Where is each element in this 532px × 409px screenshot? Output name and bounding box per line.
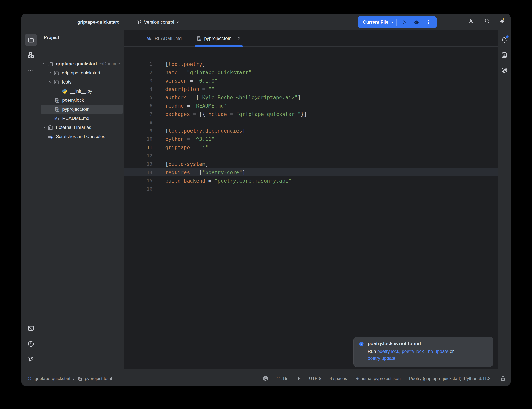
- settings-gear-icon[interactable]: [499, 18, 504, 23]
- run-configuration-selector[interactable]: Current File: [358, 19, 396, 25]
- breadcrumb[interactable]: griptape-quickstart›[T]pyproject.toml: [27, 376, 112, 381]
- toast-link[interactable]: poetry update: [368, 356, 395, 361]
- line-number: 5: [124, 93, 152, 102]
- token-op: =: [187, 78, 196, 84]
- debug-button[interactable]: [414, 19, 419, 25]
- line-number: 15: [124, 177, 152, 185]
- python-interpreter[interactable]: Poetry (griptape-quickstart) [Python 3.1…: [409, 376, 492, 381]
- add-user-icon[interactable]: [468, 18, 474, 23]
- tree-item-label: pyproject.toml: [62, 107, 91, 112]
- chevron-down-icon[interactable]: [41, 62, 47, 65]
- breadcrumb-item[interactable]: pyproject.toml: [85, 376, 112, 381]
- vcs-label: Version control: [144, 14, 174, 30]
- more-run-options-button[interactable]: [426, 19, 431, 25]
- token-brk: ]: [205, 161, 208, 167]
- token-str: "README.md": [193, 103, 227, 109]
- indent-style[interactable]: 4 spaces: [330, 376, 347, 381]
- git-branch-icon[interactable]: [25, 353, 37, 365]
- tree-item-label: External Libraries: [56, 125, 91, 130]
- writable-status-icon[interactable]: [500, 376, 506, 381]
- svg-text:[T]: [T]: [56, 100, 59, 102]
- line-number: 14: [124, 168, 152, 177]
- chevron-down-icon: [120, 20, 124, 24]
- notifications-bell-icon[interactable]: [498, 34, 510, 46]
- folder-icon: [47, 61, 54, 67]
- vcs-widget[interactable]: Version control: [137, 14, 179, 30]
- token-op: =: [190, 111, 199, 117]
- token-key: include: [205, 111, 227, 117]
- line-number: 4: [124, 85, 152, 93]
- editor-tab-bar: MREADME.md[T]pyproject.toml: [124, 30, 498, 46]
- notification-toast[interactable]: poetry.lock is not found Run poetry lock…: [353, 337, 493, 367]
- active-tab-underline: [195, 46, 243, 47]
- database-icon[interactable]: [498, 49, 510, 61]
- status-widgets: 11:15LFUTF-84 spacesSchema: pyproject.js…: [263, 376, 506, 381]
- file-encoding[interactable]: UTF-8: [309, 376, 321, 381]
- folder-src-icon: [53, 79, 60, 85]
- markdown-icon: M: [54, 115, 60, 121]
- code-line-11: griptape = "*": [165, 143, 209, 152]
- token-str: "Kyle Roche <hello@griptape.ai>": [199, 94, 298, 100]
- tab-pyproject-toml[interactable]: [T]pyproject.toml: [196, 30, 242, 46]
- close-icon[interactable]: [237, 36, 242, 41]
- project-folder-icon[interactable]: [25, 34, 37, 46]
- token-brk: ]: [242, 169, 245, 175]
- tab-label: pyproject.toml: [204, 36, 232, 41]
- structure-icon[interactable]: [25, 49, 37, 61]
- tree-item-label: griptape-quickstart: [56, 61, 97, 66]
- breadcrumb-separator: ›: [73, 376, 75, 381]
- token-key: tool.poetry: [168, 61, 202, 67]
- line-number: 11: [124, 143, 152, 152]
- token-str: "griptape-quickstart": [187, 69, 251, 75]
- run-button[interactable]: [402, 19, 407, 25]
- line-separator[interactable]: LF: [295, 376, 301, 381]
- tree-item--init-py[interactable]: __init__.py: [41, 86, 123, 96]
- token-key: requires: [165, 169, 190, 175]
- tab-readme-md[interactable]: MREADME.md: [146, 30, 182, 46]
- caret-position[interactable]: 11:15: [277, 376, 287, 381]
- project-selector[interactable]: griptape-quickstart: [77, 14, 124, 30]
- project-status-icon[interactable]: [27, 376, 32, 381]
- terminal-icon[interactable]: [25, 322, 37, 335]
- line-number: 8: [124, 118, 152, 127]
- chevron-down-icon[interactable]: [47, 81, 53, 84]
- tree-item-scratches-and-consoles[interactable]: Scratches and Consoles: [41, 132, 123, 141]
- toast-link[interactable]: poetry lock: [377, 349, 399, 354]
- tree-item-readme-md[interactable]: MREADME.md: [41, 114, 123, 123]
- more-icon[interactable]: [25, 64, 37, 76]
- tab-label: README.md: [155, 36, 182, 41]
- toast-body: Run poetry lock, poetry lock --no-update…: [368, 348, 485, 362]
- chevron-right-icon[interactable]: [47, 71, 53, 74]
- run-widget: Current File: [358, 16, 437, 28]
- tree-item-tests[interactable]: tests: [41, 77, 123, 86]
- token-str: "0.1.0": [196, 78, 218, 84]
- project-name-label: griptape-quickstart: [77, 14, 119, 30]
- copilot-status-icon[interactable]: [263, 376, 268, 381]
- json-schema[interactable]: Schema: pyproject.json: [355, 376, 401, 381]
- toast-link[interactable]: poetry lock --no-update: [402, 349, 449, 354]
- tree-item-poetry-lock[interactable]: [T]poetry.lock: [41, 96, 123, 105]
- code-line-7: packages = [{include = "griptape_quickst…: [165, 110, 307, 118]
- problems-icon[interactable]: [25, 338, 37, 350]
- token-key: griptape: [165, 144, 190, 150]
- toml-icon[interactable]: [T]: [77, 376, 82, 381]
- tree-item-pyproject-toml[interactable]: [T]pyproject.toml: [41, 105, 123, 114]
- toml-icon: [T]: [54, 106, 60, 112]
- tree-item-griptape-quickstart[interactable]: griptape-quickstart~/Docume: [41, 59, 123, 68]
- project-panel-title: Project: [44, 35, 59, 40]
- ai-assistant-icon[interactable]: [498, 64, 510, 76]
- line-number: 13: [124, 160, 152, 168]
- chevron-right-icon[interactable]: [41, 126, 47, 129]
- python-icon: [62, 88, 68, 94]
- search-icon[interactable]: [485, 18, 490, 23]
- code-line-15: build-backend = "poetry.core.masonry.api…: [165, 177, 292, 185]
- token-str: "poetry-core": [202, 169, 242, 175]
- project-panel-header[interactable]: Project: [44, 30, 64, 45]
- tree-item-griptape-quickstart[interactable]: griptape_quickstart: [41, 68, 123, 77]
- breadcrumb-item[interactable]: griptape-quickstart: [35, 376, 70, 381]
- token-key: description: [165, 86, 199, 92]
- tab-options-kebab-icon[interactable]: [487, 35, 493, 40]
- code-line-14: requires = ["poetry-core"]: [165, 168, 245, 177]
- line-number: 16: [124, 185, 152, 193]
- tree-item-external-libraries[interactable]: External Libraries: [41, 123, 123, 132]
